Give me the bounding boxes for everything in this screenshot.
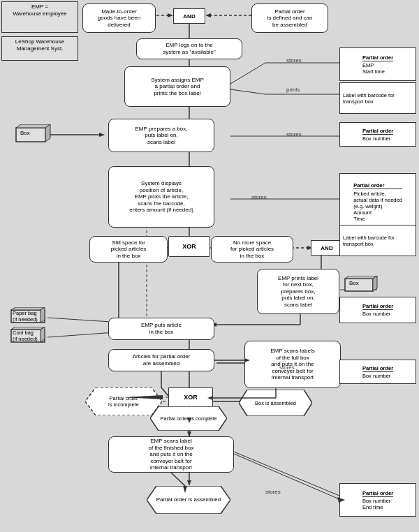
cool-bag-label: Cool bag (if needed)	[13, 330, 38, 342]
svg-marker-74	[373, 276, 377, 291]
no-more-space-node: No more space for picked articles in the…	[211, 236, 293, 263]
svg-line-67	[230, 450, 339, 496]
ds-label-barcode-2: Label with barcode for transport box	[339, 225, 416, 256]
prints-label: prints	[286, 87, 300, 93]
stores-label-4: stores	[279, 364, 295, 371]
ds-label-barcode-1: Label with barcode for transport box	[339, 82, 416, 114]
diagram-container: EMP = Warehouse employee LeShop Warehous…	[0, 0, 419, 532]
articles-assembled-node: Articles for partial order are assembled	[108, 349, 214, 371]
ds-partial-order-box-number-1: Partial order Box number	[339, 122, 416, 147]
cool-bag-input: Cool bag (if needed)	[6, 327, 53, 346]
still-space-node: Still space for picked articles in the b…	[89, 236, 168, 263]
svg-line-98	[234, 454, 339, 499]
svg-marker-1	[168, 13, 173, 17]
paper-bag-label: Paper bag (if needed)	[13, 310, 38, 323]
emp-puts-node: EMP puts article in the box	[108, 318, 214, 340]
box-input-2: Box	[339, 276, 380, 295]
svg-marker-73	[345, 276, 377, 279]
actor-emp: EMP = Warehouse employee	[1, 1, 78, 33]
svg-line-11	[230, 89, 265, 94]
ds-partial-order-emp-starttime: Partial order EMP Start time	[339, 47, 416, 81]
box-input: Box	[10, 124, 51, 145]
svg-marker-77	[41, 307, 45, 323]
box-label-2: Box	[349, 280, 359, 286]
xor-gate-1: XOR	[168, 236, 210, 257]
system-displays-node: System displays position of article, EMP…	[108, 166, 214, 228]
box-assembled-hex: Box is assembled	[239, 390, 312, 416]
partial-complete-hex: Partial order is complete	[150, 406, 227, 431]
svg-line-8	[230, 63, 265, 84]
box-label: Box	[20, 130, 30, 136]
paper-bag-input: Paper bag (if needed)	[6, 307, 53, 327]
svg-marker-66	[187, 480, 191, 486]
and-gate-2: AND	[311, 240, 343, 256]
svg-line-101	[161, 387, 168, 396]
actor-leshop: LeShop Warehouse Management Syst.	[1, 36, 78, 61]
svg-marker-3	[205, 13, 211, 17]
start-node-2: Partial order is defined and can be asse…	[251, 3, 328, 33]
start-node-1: Made-to-order goods have been delivered	[82, 3, 156, 33]
svg-marker-20	[99, 133, 105, 137]
partial-assembled-hex: Partial order is assembled	[147, 486, 230, 514]
ds-partial-order-picked: Partial order Picked article, actual dat…	[339, 173, 416, 230]
svg-marker-80	[41, 327, 45, 342]
and-gate-1: AND	[173, 8, 205, 24]
emp-logs-node: EMP logs on to the system as "available"	[136, 38, 242, 59]
emp-scans-finished-node: EMP scans label of the finished box and …	[108, 436, 234, 473]
system-assigns-node: System assigns EMP a partial order and p…	[124, 66, 230, 107]
stores-label-3: stores	[251, 194, 267, 200]
ds-partial-order-box-number-3: Partial order Box number	[339, 360, 416, 384]
emp-prepares-node: EMP prepares a box, puts label on, scans…	[108, 119, 214, 152]
xor-gate-2: XOR	[168, 387, 213, 407]
stores-label-2: stores	[286, 131, 302, 138]
ds-partial-order-end-time: Partial order Box number End time	[339, 483, 416, 517]
svg-marker-70	[16, 124, 50, 128]
svg-marker-71	[45, 124, 50, 142]
ds-partial-order-box-number-2: Partial order Box number	[339, 297, 416, 323]
stores-label-5: stores	[265, 489, 281, 495]
emp-prints-label-node: EMP prints label for next box, prepares …	[257, 269, 339, 314]
svg-line-96	[171, 473, 185, 486]
stores-label-1: stores	[286, 57, 302, 64]
